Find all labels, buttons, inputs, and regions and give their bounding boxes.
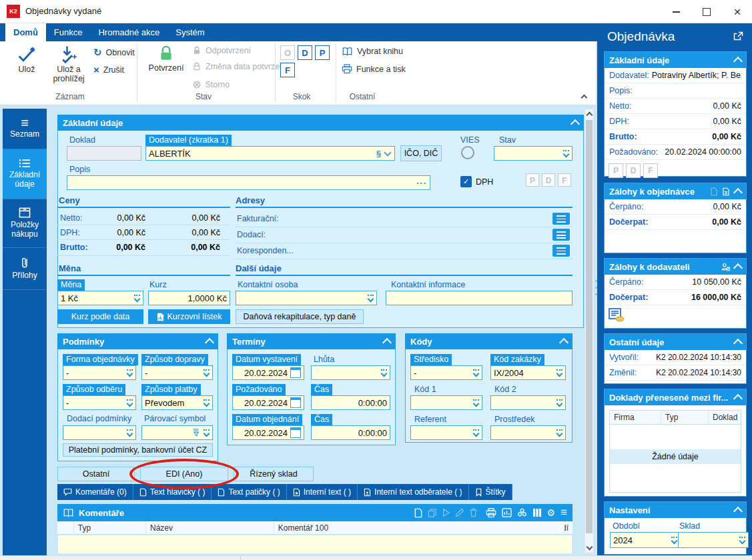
zpusob-platby-field[interactable]: Převodem [141,395,213,410]
card-header[interactable]: Doklady přenesené mezi fir... [605,389,746,405]
save-and-view-button[interactable]: Ulož a prohlížej [47,45,91,84]
collapse-icon[interactable] [733,507,743,516]
tab-stitky[interactable]: Štítky [469,484,512,500]
collapse-icon[interactable] [571,119,580,129]
new-record-icon[interactable] [414,508,423,518]
lhuta-field[interactable] [311,365,390,380]
sidebar-item-prilohy[interactable]: Přílohy [3,248,47,290]
ico-dic-button[interactable]: IČO, DIČ [400,145,442,161]
jump-f-small-button[interactable]: F [643,163,658,178]
document-table-icon[interactable] [722,187,730,196]
dropdown-icon[interactable] [127,369,133,376]
col-nazev[interactable]: Název [146,521,274,535]
settings-gear-icon[interactable]: ⚙ [547,507,556,518]
obdobi-field[interactable]: 2024 [610,532,681,548]
stav-field[interactable] [494,146,573,161]
grid-menu-icon[interactable]: ≡ [560,506,567,519]
unconfirm-button[interactable]: Odpotvrzení [192,46,251,55]
kontaktni-osoba-field[interactable] [236,291,377,305]
cancel-button[interactable]: × Zrušit [93,64,124,75]
zpusob-odberu-field[interactable]: - [63,395,136,410]
card-header[interactable]: Zálohy k objednávce [605,183,746,199]
popout-icon[interactable] [733,31,743,45]
dodaci-podminky-field[interactable] [63,425,136,440]
person-table-icon[interactable] [721,263,730,271]
minimize-button[interactable] [665,0,687,23]
edit-icon[interactable] [455,508,464,517]
confirm-button[interactable]: Potvrzení [145,45,187,73]
tab-system[interactable]: Systém [167,23,212,41]
kontaktni-informace-field[interactable] [386,291,573,305]
dropdown-icon[interactable] [127,399,133,406]
jump-p-small-button[interactable]: P [526,173,539,187]
calendar-icon[interactable] [290,427,301,438]
kod2-field[interactable] [490,395,566,410]
delete-icon[interactable] [469,508,478,517]
prostredek-field[interactable] [490,425,566,440]
sidebar-item-seznam[interactable]: ≡ Seznam [3,109,47,149]
change-confirm-date-button[interactable]: Změna data potvrzení [192,62,287,71]
forma-objednavky-field[interactable]: - [63,365,136,380]
jump-p-small-button[interactable]: P [609,163,623,178]
ribbon-collapse-icon[interactable] [581,95,588,101]
kurz-podle-data-button[interactable]: Kurz podle data [57,309,143,324]
dropdown-icon[interactable] [204,399,210,406]
print-icon[interactable] [486,508,496,518]
chevron-down-icon[interactable] [384,149,391,156]
tab-text-paticky[interactable]: Text patičky ( ) [212,484,286,500]
parovaci-symbol-field[interactable] [141,425,213,440]
kod-zakazky-field[interactable]: IX/2004 [490,365,566,380]
dropdown-icon[interactable] [563,150,569,157]
dropdown-icon[interactable] [204,429,210,436]
dropdown-icon[interactable] [473,369,479,376]
panel-kody-header[interactable]: Kódy [405,333,573,349]
dropdown-icon[interactable] [127,429,133,436]
sklad-field[interactable] [678,532,749,548]
cas2-field[interactable]: 0:00:00 [311,425,390,440]
clover-icon[interactable] [517,508,527,517]
popis-field[interactable]: ··· [67,175,430,190]
jump-d-small-button[interactable]: D [542,173,555,187]
dropdown-icon[interactable] [134,295,140,301]
panel-terminy-header[interactable]: Termíny [227,333,396,349]
dropdown-icon[interactable] [556,399,562,406]
col-typ[interactable]: Typ [661,411,709,424]
filter-icon[interactable] [193,429,201,437]
sidebar-item-polozky-nakupu[interactable]: Položky nákupu [3,199,47,248]
collapse-icon[interactable] [733,263,743,273]
dropdown-icon[interactable] [556,369,562,376]
close-button[interactable]: × [726,0,749,23]
jump-d-button[interactable]: D [298,45,312,60]
card-header[interactable]: Nastavení [605,502,746,518]
functions-print-button[interactable]: Funkce a tisk [342,64,406,74]
collapse-icon[interactable] [382,338,392,347]
dropdown-icon[interactable] [739,537,745,543]
col-poradi[interactable]: Pořadí [565,521,573,535]
more-icon[interactable]: ··· [416,178,427,188]
jump-p-button[interactable]: P [315,45,330,60]
panel-podminky-header[interactable]: Podmínky [57,333,218,349]
dph-checkbox-row[interactable]: ✓ DPH [460,176,493,187]
card-header[interactable]: Zálohy k dodavateli [605,259,746,275]
jump-f-button[interactable]: F [280,63,295,77]
col-firma[interactable]: Firma [610,411,661,424]
mena-field[interactable]: 1 Kč [57,291,143,305]
kod1-field[interactable] [410,395,482,410]
cas1-field[interactable]: 0:00:00 [311,395,390,410]
platebni-podminky-button[interactable]: Platební podmínky, bankovní účet CZ [63,443,213,457]
collapse-icon[interactable] [733,57,743,66]
maximize-button[interactable] [695,0,718,23]
play-icon[interactable] [442,508,450,517]
scroll-up-icon[interactable] [585,109,593,119]
pozadovano-field[interactable]: 20.02.2024 [232,395,304,410]
dropdown-icon[interactable] [473,399,479,406]
checkbox-checked-icon[interactable]: ✓ [460,176,472,187]
tab-hromadne-akce[interactable]: Hromadné akce [90,23,167,41]
refresh-button[interactable]: ↻ Obnovit [93,47,135,59]
collapse-icon[interactable] [733,339,743,348]
kurz-field[interactable]: 1,0000 Kč [148,291,230,305]
stredisko-field[interactable]: - [410,365,482,380]
columns-icon[interactable] [532,508,542,517]
kurzovni-listek-button[interactable]: Kurzovní lístek [148,309,230,324]
komentare-empty-rows[interactable] [58,535,572,553]
